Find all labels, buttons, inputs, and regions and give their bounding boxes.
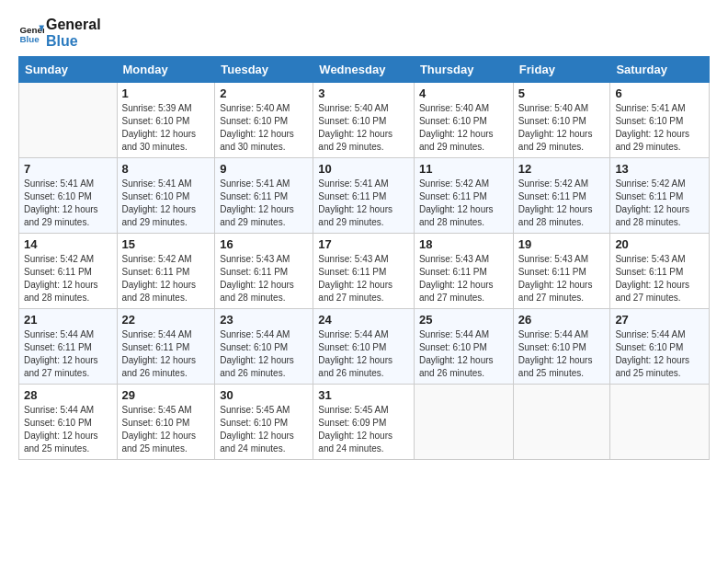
calendar-day-cell: 3Sunrise: 5:40 AMSunset: 6:10 PMDaylight… [313,83,415,158]
day-info: Sunrise: 5:44 AMSunset: 6:10 PMDaylight:… [318,328,409,380]
calendar-day-cell: 17Sunrise: 5:43 AMSunset: 6:11 PMDayligh… [313,234,415,309]
day-info: Sunrise: 5:43 AMSunset: 6:11 PMDaylight:… [419,253,508,304]
day-info: Sunrise: 5:45 AMSunset: 6:10 PMDaylight:… [122,404,210,455]
calendar-day-cell: 18Sunrise: 5:43 AMSunset: 6:11 PMDayligh… [414,234,513,309]
calendar-day-cell [513,385,610,460]
day-info: Sunrise: 5:41 AMSunset: 6:11 PMDaylight:… [220,178,308,229]
day-info: Sunrise: 5:43 AMSunset: 6:11 PMDaylight:… [220,253,308,304]
day-info: Sunrise: 5:43 AMSunset: 6:11 PMDaylight:… [615,253,704,304]
day-info: Sunrise: 5:42 AMSunset: 6:11 PMDaylight:… [615,178,704,229]
calendar-week-row: 21Sunrise: 5:44 AMSunset: 6:11 PMDayligh… [19,309,710,385]
day-info: Sunrise: 5:43 AMSunset: 6:11 PMDaylight:… [518,253,606,304]
day-number: 17 [318,237,409,251]
day-number: 7 [24,162,112,176]
day-number: 15 [122,237,210,251]
calendar-day-cell: 29Sunrise: 5:45 AMSunset: 6:10 PMDayligh… [117,385,215,460]
day-number: 9 [220,162,308,176]
day-info: Sunrise: 5:44 AMSunset: 6:10 PMDaylight:… [24,404,112,455]
calendar-header-cell: Sunday [19,57,118,83]
calendar-day-cell: 31Sunrise: 5:45 AMSunset: 6:09 PMDayligh… [313,385,415,460]
day-info: Sunrise: 5:44 AMSunset: 6:10 PMDaylight:… [419,328,508,380]
day-number: 22 [122,313,210,327]
calendar-day-cell: 2Sunrise: 5:40 AMSunset: 6:10 PMDaylight… [215,83,313,158]
calendar-day-cell: 26Sunrise: 5:44 AMSunset: 6:10 PMDayligh… [513,309,610,385]
day-info: Sunrise: 5:40 AMSunset: 6:10 PMDaylight:… [220,102,308,154]
day-number: 20 [615,237,704,251]
day-number: 27 [615,313,704,327]
day-number: 23 [220,313,308,327]
calendar-day-cell: 14Sunrise: 5:42 AMSunset: 6:11 PMDayligh… [19,234,118,309]
calendar-day-cell: 27Sunrise: 5:44 AMSunset: 6:10 PMDayligh… [610,309,710,385]
day-info: Sunrise: 5:44 AMSunset: 6:11 PMDaylight:… [24,328,112,380]
day-number: 14 [24,237,112,251]
day-info: Sunrise: 5:45 AMSunset: 6:10 PMDaylight:… [220,404,308,455]
day-info: Sunrise: 5:40 AMSunset: 6:10 PMDaylight:… [518,102,606,154]
header: General Blue General Blue [18,9,710,49]
calendar-day-cell: 7Sunrise: 5:41 AMSunset: 6:10 PMDaylight… [19,158,118,234]
calendar-week-row: 1Sunrise: 5:39 AMSunset: 6:10 PMDaylight… [19,83,710,158]
day-number: 11 [419,162,508,176]
day-number: 31 [318,388,409,402]
day-number: 26 [518,313,606,327]
calendar-day-cell: 23Sunrise: 5:44 AMSunset: 6:10 PMDayligh… [215,309,313,385]
day-number: 13 [615,162,704,176]
calendar-header-cell: Friday [513,57,610,83]
day-info: Sunrise: 5:41 AMSunset: 6:10 PMDaylight:… [24,178,112,229]
day-number: 5 [518,86,606,100]
calendar-header-cell: Saturday [610,57,710,83]
day-number: 19 [518,237,606,251]
day-number: 28 [24,388,112,402]
day-info: Sunrise: 5:40 AMSunset: 6:10 PMDaylight:… [318,102,409,154]
day-info: Sunrise: 5:39 AMSunset: 6:10 PMDaylight:… [122,102,210,154]
day-number: 12 [518,162,606,176]
calendar-day-cell: 10Sunrise: 5:41 AMSunset: 6:11 PMDayligh… [313,158,415,234]
day-number: 2 [220,86,308,100]
calendar-day-cell: 20Sunrise: 5:43 AMSunset: 6:11 PMDayligh… [610,234,710,309]
calendar-header-row: SundayMondayTuesdayWednesdayThursdayFrid… [19,57,710,83]
calendar-day-cell: 13Sunrise: 5:42 AMSunset: 6:11 PMDayligh… [610,158,710,234]
calendar-day-cell: 21Sunrise: 5:44 AMSunset: 6:11 PMDayligh… [19,309,118,385]
day-number: 1 [122,86,210,100]
day-info: Sunrise: 5:44 AMSunset: 6:10 PMDaylight:… [615,328,704,380]
calendar-body: 1Sunrise: 5:39 AMSunset: 6:10 PMDaylight… [19,83,710,460]
calendar-day-cell: 12Sunrise: 5:42 AMSunset: 6:11 PMDayligh… [513,158,610,234]
day-number: 4 [419,86,508,100]
day-info: Sunrise: 5:44 AMSunset: 6:10 PMDaylight:… [518,328,606,380]
calendar-header-cell: Wednesday [313,57,415,83]
day-info: Sunrise: 5:43 AMSunset: 6:11 PMDaylight:… [318,253,409,304]
calendar-day-cell: 11Sunrise: 5:42 AMSunset: 6:11 PMDayligh… [414,158,513,234]
day-number: 6 [615,86,704,100]
logo-line1: General [46,17,101,33]
calendar-day-cell: 6Sunrise: 5:41 AMSunset: 6:10 PMDaylight… [610,83,710,158]
calendar-day-cell: 30Sunrise: 5:45 AMSunset: 6:10 PMDayligh… [215,385,313,460]
calendar-day-cell: 15Sunrise: 5:42 AMSunset: 6:11 PMDayligh… [117,234,215,309]
calendar-day-cell: 24Sunrise: 5:44 AMSunset: 6:10 PMDayligh… [313,309,415,385]
day-info: Sunrise: 5:41 AMSunset: 6:10 PMDaylight:… [122,178,210,229]
calendar-day-cell: 5Sunrise: 5:40 AMSunset: 6:10 PMDaylight… [513,83,610,158]
calendar-header-cell: Monday [117,57,215,83]
calendar-week-row: 7Sunrise: 5:41 AMSunset: 6:10 PMDaylight… [19,158,710,234]
day-info: Sunrise: 5:41 AMSunset: 6:11 PMDaylight:… [318,178,409,229]
calendar-day-cell: 16Sunrise: 5:43 AMSunset: 6:11 PMDayligh… [215,234,313,309]
logo-icon: General Blue [18,20,44,46]
calendar-day-cell: 19Sunrise: 5:43 AMSunset: 6:11 PMDayligh… [513,234,610,309]
day-number: 16 [220,237,308,251]
logo-line2: Blue [46,33,101,50]
day-number: 21 [24,313,112,327]
day-info: Sunrise: 5:40 AMSunset: 6:10 PMDaylight:… [419,102,508,154]
day-info: Sunrise: 5:42 AMSunset: 6:11 PMDaylight:… [122,253,210,304]
calendar-header-cell: Thursday [414,57,513,83]
day-number: 3 [318,86,409,100]
day-info: Sunrise: 5:42 AMSunset: 6:11 PMDaylight:… [518,178,606,229]
calendar-day-cell: 25Sunrise: 5:44 AMSunset: 6:10 PMDayligh… [414,309,513,385]
calendar-day-cell: 28Sunrise: 5:44 AMSunset: 6:10 PMDayligh… [19,385,118,460]
day-number: 18 [419,237,508,251]
calendar-day-cell: 8Sunrise: 5:41 AMSunset: 6:10 PMDaylight… [117,158,215,234]
day-number: 30 [220,388,308,402]
day-info: Sunrise: 5:41 AMSunset: 6:10 PMDaylight:… [615,102,704,154]
calendar-header-cell: Tuesday [215,57,313,83]
calendar-week-row: 14Sunrise: 5:42 AMSunset: 6:11 PMDayligh… [19,234,710,309]
calendar-week-row: 28Sunrise: 5:44 AMSunset: 6:10 PMDayligh… [19,385,710,460]
day-info: Sunrise: 5:44 AMSunset: 6:11 PMDaylight:… [122,328,210,380]
svg-text:Blue: Blue [19,33,40,43]
